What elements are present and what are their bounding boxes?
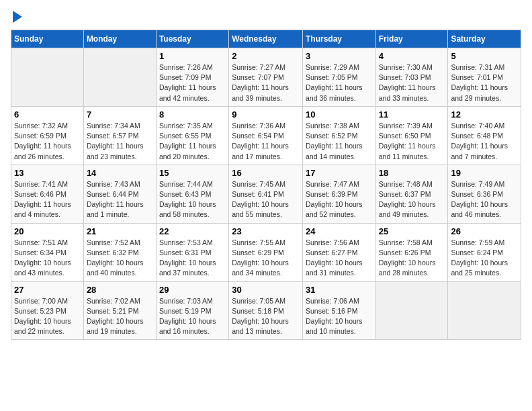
day-info: Sunrise: 7:58 AMSunset: 6:26 PMDaylight:… (379, 238, 445, 279)
calendar-day-cell: 26Sunrise: 7:59 AMSunset: 6:24 PMDayligh… (448, 223, 521, 281)
day-info: Sunrise: 7:31 AMSunset: 7:01 PMDaylight:… (451, 62, 518, 103)
calendar-day-cell: 14Sunrise: 7:43 AMSunset: 6:44 PMDayligh… (83, 165, 156, 223)
day-number: 10 (306, 109, 373, 120)
day-info: Sunrise: 7:39 AMSunset: 6:50 PMDaylight:… (379, 121, 445, 162)
day-number: 29 (159, 285, 226, 295)
day-info: Sunrise: 7:53 AMSunset: 6:31 PMDaylight:… (159, 238, 226, 279)
calendar-day-cell: 17Sunrise: 7:47 AMSunset: 6:39 PMDayligh… (302, 165, 375, 223)
calendar-day-cell: 21Sunrise: 7:52 AMSunset: 6:32 PMDayligh… (83, 223, 156, 281)
calendar-day-cell: 5Sunrise: 7:31 AMSunset: 7:01 PMDaylight… (448, 48, 521, 107)
calendar-day-cell: 30Sunrise: 7:05 AMSunset: 5:18 PMDayligh… (229, 281, 303, 340)
calendar-week-row: 27Sunrise: 7:00 AMSunset: 5:23 PMDayligh… (11, 281, 521, 340)
day-number: 3 (306, 51, 373, 61)
calendar-day-cell: 25Sunrise: 7:58 AMSunset: 6:26 PMDayligh… (375, 223, 448, 281)
calendar-day-cell: 19Sunrise: 7:49 AMSunset: 6:36 PMDayligh… (448, 165, 521, 223)
day-number: 13 (14, 168, 81, 178)
day-number: 15 (159, 168, 226, 178)
day-info: Sunrise: 7:00 AMSunset: 5:23 PMDaylight:… (14, 296, 81, 337)
calendar-table: SundayMondayTuesdayWednesdayThursdayFrid… (11, 30, 521, 340)
day-number: 7 (87, 109, 153, 120)
day-info: Sunrise: 7:06 AMSunset: 5:16 PMDaylight:… (306, 296, 373, 337)
calendar-day-cell: 29Sunrise: 7:03 AMSunset: 5:19 PMDayligh… (156, 281, 228, 340)
day-info: Sunrise: 7:44 AMSunset: 6:43 PMDaylight:… (159, 179, 226, 220)
day-info: Sunrise: 7:30 AMSunset: 7:03 PMDaylight:… (379, 62, 445, 103)
calendar-day-cell: 13Sunrise: 7:41 AMSunset: 6:46 PMDayligh… (11, 165, 84, 223)
day-number: 1 (159, 51, 226, 61)
day-of-week-header: Thursday (302, 30, 375, 48)
calendar-day-cell: 8Sunrise: 7:35 AMSunset: 6:55 PMDaylight… (156, 106, 228, 165)
day-number: 27 (14, 285, 81, 295)
day-number: 14 (87, 168, 153, 178)
day-number: 17 (306, 168, 373, 178)
day-info: Sunrise: 7:51 AMSunset: 6:34 PMDaylight:… (14, 238, 81, 279)
day-number: 12 (451, 109, 518, 120)
day-info: Sunrise: 7:26 AMSunset: 7:09 PMDaylight:… (159, 62, 226, 103)
day-of-week-header: Saturday (448, 30, 521, 48)
day-info: Sunrise: 7:38 AMSunset: 6:52 PMDaylight:… (306, 121, 373, 162)
logo (11, 11, 22, 23)
day-info: Sunrise: 7:55 AMSunset: 6:29 PMDaylight:… (232, 238, 300, 279)
day-number: 24 (306, 226, 373, 236)
day-number: 31 (306, 285, 373, 295)
day-info: Sunrise: 7:59 AMSunset: 6:24 PMDaylight:… (451, 238, 518, 279)
day-number: 9 (232, 109, 300, 120)
day-of-week-header: Friday (375, 30, 448, 48)
calendar-day-cell: 18Sunrise: 7:48 AMSunset: 6:37 PMDayligh… (375, 165, 448, 223)
calendar-week-row: 20Sunrise: 7:51 AMSunset: 6:34 PMDayligh… (11, 223, 521, 281)
calendar-day-cell: 23Sunrise: 7:55 AMSunset: 6:29 PMDayligh… (229, 223, 303, 281)
day-of-week-header: Sunday (11, 30, 84, 48)
day-info: Sunrise: 7:05 AMSunset: 5:18 PMDaylight:… (232, 296, 300, 337)
calendar-day-cell: 28Sunrise: 7:02 AMSunset: 5:21 PMDayligh… (83, 281, 156, 340)
day-number: 28 (87, 285, 153, 295)
calendar-body: 1Sunrise: 7:26 AMSunset: 7:09 PMDaylight… (11, 48, 521, 340)
calendar-day-cell: 7Sunrise: 7:34 AMSunset: 6:57 PMDaylight… (83, 106, 156, 165)
day-info: Sunrise: 7:41 AMSunset: 6:46 PMDaylight:… (14, 179, 81, 220)
day-info: Sunrise: 7:52 AMSunset: 6:32 PMDaylight:… (87, 238, 153, 279)
calendar-day-cell (448, 281, 521, 340)
calendar-header-row: SundayMondayTuesdayWednesdayThursdayFrid… (11, 30, 521, 48)
calendar-day-cell: 22Sunrise: 7:53 AMSunset: 6:31 PMDayligh… (156, 223, 228, 281)
day-info: Sunrise: 7:48 AMSunset: 6:37 PMDaylight:… (379, 179, 445, 220)
day-info: Sunrise: 7:02 AMSunset: 5:21 PMDaylight:… (87, 296, 153, 337)
day-number: 18 (379, 168, 445, 178)
day-number: 11 (379, 109, 445, 120)
calendar-week-row: 13Sunrise: 7:41 AMSunset: 6:46 PMDayligh… (11, 165, 521, 223)
calendar-day-cell: 6Sunrise: 7:32 AMSunset: 6:59 PMDaylight… (11, 106, 84, 165)
day-number: 5 (451, 51, 518, 61)
day-info: Sunrise: 7:03 AMSunset: 5:19 PMDaylight:… (159, 296, 226, 337)
day-number: 23 (232, 226, 300, 236)
calendar-day-cell: 11Sunrise: 7:39 AMSunset: 6:50 PMDayligh… (375, 106, 448, 165)
day-number: 26 (451, 226, 518, 236)
day-of-week-header: Monday (83, 30, 156, 48)
day-info: Sunrise: 7:34 AMSunset: 6:57 PMDaylight:… (87, 121, 153, 162)
calendar-day-cell: 1Sunrise: 7:26 AMSunset: 7:09 PMDaylight… (156, 48, 228, 107)
calendar-day-cell: 16Sunrise: 7:45 AMSunset: 6:41 PMDayligh… (229, 165, 303, 223)
calendar-week-row: 1Sunrise: 7:26 AMSunset: 7:09 PMDaylight… (11, 48, 521, 107)
page-header (11, 11, 521, 23)
day-number: 4 (379, 51, 445, 61)
day-number: 30 (232, 285, 300, 295)
logo-arrow-icon (13, 11, 22, 23)
calendar-day-cell: 15Sunrise: 7:44 AMSunset: 6:43 PMDayligh… (156, 165, 228, 223)
calendar-day-cell: 4Sunrise: 7:30 AMSunset: 7:03 PMDaylight… (375, 48, 448, 107)
day-of-week-header: Tuesday (156, 30, 228, 48)
day-info: Sunrise: 7:43 AMSunset: 6:44 PMDaylight:… (87, 179, 153, 220)
day-number: 22 (159, 226, 226, 236)
calendar-day-cell: 31Sunrise: 7:06 AMSunset: 5:16 PMDayligh… (302, 281, 375, 340)
calendar-day-cell (11, 48, 84, 107)
day-info: Sunrise: 7:32 AMSunset: 6:59 PMDaylight:… (14, 121, 81, 162)
calendar-day-cell (375, 281, 448, 340)
day-info: Sunrise: 7:27 AMSunset: 7:07 PMDaylight:… (232, 62, 300, 103)
day-info: Sunrise: 7:45 AMSunset: 6:41 PMDaylight:… (232, 179, 300, 220)
day-number: 6 (14, 109, 81, 120)
day-number: 8 (159, 109, 226, 120)
day-info: Sunrise: 7:49 AMSunset: 6:36 PMDaylight:… (451, 179, 518, 220)
calendar-day-cell: 10Sunrise: 7:38 AMSunset: 6:52 PMDayligh… (302, 106, 375, 165)
day-number: 2 (232, 51, 300, 61)
day-number: 25 (379, 226, 445, 236)
calendar-week-row: 6Sunrise: 7:32 AMSunset: 6:59 PMDaylight… (11, 106, 521, 165)
calendar-day-cell: 20Sunrise: 7:51 AMSunset: 6:34 PMDayligh… (11, 223, 84, 281)
day-info: Sunrise: 7:47 AMSunset: 6:39 PMDaylight:… (306, 179, 373, 220)
calendar-day-cell: 2Sunrise: 7:27 AMSunset: 7:07 PMDaylight… (229, 48, 303, 107)
day-number: 20 (14, 226, 81, 236)
